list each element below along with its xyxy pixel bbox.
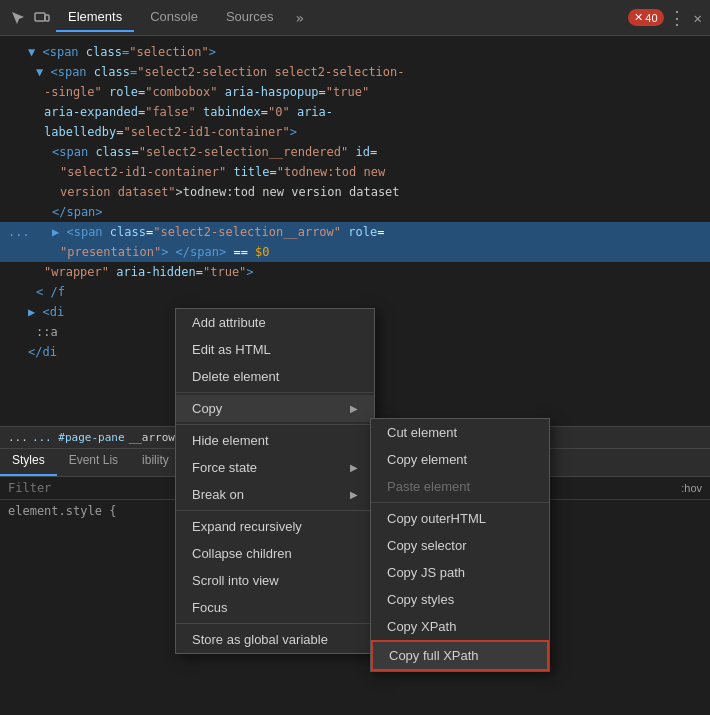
dom-line-selected[interactable]: ... ▶ <span class="select2-selection__ar…: [0, 222, 710, 242]
dom-line[interactable]: "select2-id1-container" title="todnew:to…: [0, 162, 710, 182]
dom-line[interactable]: < /f: [0, 282, 710, 302]
menu-separator-3: [176, 510, 374, 511]
menu-hide-element[interactable]: Hide element: [176, 427, 374, 454]
menu-focus[interactable]: Focus: [176, 594, 374, 621]
submenu-copy-full-xpath[interactable]: Copy full XPath: [371, 640, 549, 671]
force-state-arrow-icon: ▶: [350, 462, 358, 473]
menu-expand-recursively[interactable]: Expand recursively: [176, 513, 374, 540]
devtools-toolbar: Elements Console Sources » ✕ 40 ⋮ ✕: [0, 0, 710, 36]
dom-line-selected-2[interactable]: "presentation"> </span> == $0: [0, 242, 710, 262]
hov-button[interactable]: :hov: [681, 482, 702, 494]
menu-separator: [176, 392, 374, 393]
cursor-icon[interactable]: [8, 8, 28, 28]
submenu-copy-selector[interactable]: Copy selector: [371, 532, 549, 559]
dom-line[interactable]: -single" role="combobox" aria-haspopup="…: [0, 82, 710, 102]
tab-styles[interactable]: Styles: [0, 449, 57, 476]
menu-collapse-children[interactable]: Collapse children: [176, 540, 374, 567]
menu-store-global[interactable]: Store as global variable: [176, 626, 374, 653]
tab-elements[interactable]: Elements: [56, 3, 134, 32]
more-options-icon[interactable]: ⋮: [668, 7, 686, 28]
copy-submenu[interactable]: Cut element Copy element Paste element C…: [370, 418, 550, 672]
submenu-copy-jspath[interactable]: Copy JS path: [371, 559, 549, 586]
menu-separator-4: [176, 623, 374, 624]
menu-separator-2: [176, 424, 374, 425]
dom-line[interactable]: <span class="select2-selection__rendered…: [0, 142, 710, 162]
responsive-icon[interactable]: [32, 8, 52, 28]
dom-line[interactable]: labelledby="select2-id1-container">: [0, 122, 710, 142]
menu-force-state[interactable]: Force state ▶: [176, 454, 374, 481]
dom-line[interactable]: version dataset">todnew:tod new version …: [0, 182, 710, 202]
menu-delete-element[interactable]: Delete element: [176, 363, 374, 390]
submenu-paste-element[interactable]: Paste element: [371, 473, 549, 500]
svg-rect-1: [45, 15, 49, 21]
breadcrumb-suffix: __arrow: [129, 431, 175, 444]
dom-line[interactable]: ▼ <span class="selection">: [0, 42, 710, 62]
menu-copy[interactable]: Copy ▶: [176, 395, 374, 422]
context-menu[interactable]: Add attribute Edit as HTML Delete elemen…: [175, 308, 375, 654]
submenu-copy-styles[interactable]: Copy styles: [371, 586, 549, 613]
menu-break-on[interactable]: Break on ▶: [176, 481, 374, 508]
submenu-separator: [371, 502, 549, 503]
tab-accessibility[interactable]: ibility: [130, 449, 181, 476]
tab-sources[interactable]: Sources: [214, 3, 286, 32]
tab-more[interactable]: »: [290, 6, 310, 30]
menu-add-attribute[interactable]: Add attribute: [176, 309, 374, 336]
submenu-copy-xpath[interactable]: Copy XPath: [371, 613, 549, 640]
submenu-arrow-icon: ▶: [350, 403, 358, 414]
svg-rect-0: [35, 13, 45, 21]
dom-line[interactable]: </span>: [0, 202, 710, 222]
menu-scroll-into-view[interactable]: Scroll into view: [176, 567, 374, 594]
tab-event-listeners[interactable]: Event Lis: [57, 449, 130, 476]
menu-edit-html[interactable]: Edit as HTML: [176, 336, 374, 363]
breadcrumb-item[interactable]: ... #page-pane: [32, 431, 125, 444]
submenu-copy-element[interactable]: Copy element: [371, 446, 549, 473]
tab-console[interactable]: Console: [138, 3, 210, 32]
close-icon[interactable]: ✕: [694, 10, 702, 26]
submenu-copy-outerhtml[interactable]: Copy outerHTML: [371, 505, 549, 532]
break-on-arrow-icon: ▶: [350, 489, 358, 500]
submenu-cut-element[interactable]: Cut element: [371, 419, 549, 446]
error-badge: ✕ 40: [628, 9, 663, 26]
dom-line[interactable]: aria-expanded="false" tabindex="0" aria-: [0, 102, 710, 122]
breadcrumb-ellipsis: ...: [8, 431, 28, 444]
dom-line[interactable]: ▼ <span class="select2-selection select2…: [0, 62, 710, 82]
dom-line[interactable]: "wrapper" aria-hidden="true">: [0, 262, 710, 282]
